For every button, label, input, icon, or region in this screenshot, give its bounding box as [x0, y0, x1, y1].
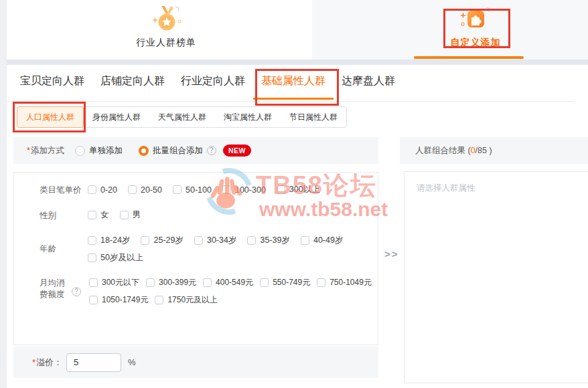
checkbox[interactable]	[89, 296, 98, 304]
checkbox[interactable]	[89, 278, 98, 287]
option-label: 40-49岁	[313, 235, 343, 246]
medal-icon	[119, 5, 213, 33]
checkbox[interactable]	[277, 185, 285, 194]
filter-option[interactable]: 1750元及以上	[155, 294, 218, 306]
filter-option[interactable]: 18-24岁	[88, 235, 130, 246]
checkbox[interactable]	[120, 211, 129, 219]
nav-tab[interactable]: 达摩盘人群	[342, 65, 395, 101]
radio-button[interactable]	[139, 146, 149, 156]
checkbox[interactable]	[222, 185, 231, 194]
filter-option[interactable]: 0-20	[88, 184, 117, 195]
filter-option[interactable]: 男	[120, 209, 141, 221]
option-label: 18-24岁	[100, 235, 130, 246]
option-label: 750-1049元	[329, 277, 372, 288]
filter-option[interactable]: 50-100	[173, 184, 212, 195]
help-icon[interactable]: ?	[207, 146, 216, 155]
filter-options: 女男	[88, 209, 378, 221]
sub-tabs: 人口属性人群身份属性人群天气属性人群淘宝属性人群节日属性人群	[17, 106, 347, 128]
filter-label-line: 类目笔单价	[40, 185, 88, 196]
radio-button[interactable]	[75, 146, 85, 156]
filter-option[interactable]: 300-399元	[146, 277, 196, 288]
filter-option[interactable]: 300元以下	[89, 277, 139, 288]
help-icon[interactable]: ?	[72, 287, 81, 296]
radio-label: 单独添加	[89, 145, 123, 157]
filter-option[interactable]: 400-549元	[203, 277, 253, 288]
filter-option[interactable]: 20-50	[128, 184, 162, 195]
radio-option[interactable]: 批量组合添加	[139, 145, 203, 157]
filter-option[interactable]: 100-300	[222, 184, 266, 195]
premium-label: 溢价	[36, 357, 54, 369]
option-label: 男	[133, 209, 141, 221]
checkbox[interactable]	[88, 185, 96, 194]
filter-label: 月均消费额度	[40, 277, 72, 300]
premium-input[interactable]	[66, 353, 121, 372]
tab-industry-ranking[interactable]: 行业人群榜单	[119, 5, 213, 49]
new-badge: NEW	[223, 144, 251, 157]
nav-tab-label: 宝贝定向人群	[20, 75, 84, 86]
filter-option[interactable]: 1050-1749元	[89, 294, 148, 306]
checkbox[interactable]	[88, 211, 96, 219]
sub-tab[interactable]: 身份属性人群	[84, 107, 149, 127]
add-mode-options: 单独添加批量组合添加?	[75, 145, 216, 157]
nav-tab[interactable]: 基础属性人群	[261, 65, 325, 101]
filter-option[interactable]: 40-49岁	[301, 235, 343, 246]
option-label: 300以上	[289, 184, 320, 195]
radio-option[interactable]: 单独添加	[75, 145, 123, 157]
sub-tab[interactable]: 天气属性人群	[149, 107, 215, 127]
required-asterisk: *	[32, 357, 35, 367]
filter-option[interactable]: 25-29岁	[141, 235, 183, 246]
transfer-arrow-icon: >>	[384, 248, 399, 260]
tab-custom-label: 自定义添加	[429, 37, 522, 49]
option-label: 300-399元	[159, 277, 196, 288]
option-label: 1050-1749元	[102, 294, 148, 306]
puzzle-icon	[429, 5, 522, 33]
sub-tab[interactable]: 节日属性人群	[281, 107, 346, 127]
checkbox[interactable]	[317, 278, 325, 287]
checkbox[interactable]	[146, 278, 155, 287]
checkbox[interactable]	[194, 236, 203, 245]
nav-tab-label: 达摩盘人群	[342, 75, 395, 86]
filter-row: 月均消费额度?300元以下300-399元400-549元550-749元750…	[14, 277, 378, 306]
filter-option[interactable]: 女	[88, 209, 109, 221]
option-label: 300元以下	[102, 277, 139, 288]
result-placeholder: 请选择人群属性	[417, 183, 588, 194]
sub-tab[interactable]: 人口属性人群	[17, 106, 84, 128]
tab-custom-add[interactable]: 自定义添加	[429, 5, 522, 49]
sub-tab[interactable]: 淘宝属性人群	[215, 107, 281, 127]
checkbox[interactable]	[128, 185, 137, 194]
sub-tab-label: 身份属性人群	[92, 112, 141, 122]
checkbox[interactable]	[88, 254, 96, 262]
filter-option[interactable]: 35-39岁	[247, 235, 289, 246]
sub-tab-label: 淘宝属性人群	[224, 112, 272, 122]
checkbox[interactable]	[173, 185, 181, 194]
filter-groups: 类目笔单价0-2020-5050-100100-300300以上性别女男年龄18…	[14, 184, 378, 306]
filter-label-line: 性别	[40, 210, 88, 221]
filter-option[interactable]: 30-34岁	[194, 235, 236, 246]
add-mode-row: *添加方式 单独添加批量组合添加? NEW	[13, 137, 378, 164]
checkbox[interactable]	[88, 236, 96, 245]
checkbox[interactable]	[260, 278, 269, 287]
filter-option[interactable]: 750-1049元	[317, 277, 372, 288]
nav-tab[interactable]: 店铺定向人群	[100, 65, 165, 101]
checkbox[interactable]	[141, 236, 149, 245]
result-panel: 请选择人群属性	[404, 171, 588, 383]
filter-options: 18-24岁25-29岁30-34岁35-39岁40-49岁50岁及以上	[88, 235, 378, 264]
filter-label: 性别	[40, 209, 88, 221]
option-label: 30-34岁	[207, 235, 236, 246]
filter-option[interactable]: 550-749元	[260, 277, 310, 288]
filter-option[interactable]: 50岁及以上	[88, 252, 143, 264]
nav-tabs: 宝贝定向人群店铺定向人群行业定向人群基础属性人群达摩盘人群	[7, 65, 575, 102]
sub-tab-label: 天气属性人群	[158, 112, 206, 122]
checkbox[interactable]	[155, 296, 163, 304]
nav-tab-label: 行业定向人群	[181, 75, 245, 86]
panel-card: 行业人群榜单 自定义添加	[7, 0, 588, 388]
filter-options: 300元以下300-399元400-549元550-749元750-1049元1…	[89, 277, 378, 306]
checkbox[interactable]	[301, 236, 309, 245]
option-label: 50岁及以上	[100, 252, 143, 264]
nav-tab[interactable]: 行业定向人群	[181, 65, 245, 101]
filter-option[interactable]: 300以上	[277, 184, 320, 195]
result-header: 人群组合结果 ( 0/85 )	[400, 137, 588, 164]
checkbox[interactable]	[203, 278, 212, 287]
nav-tab[interactable]: 宝贝定向人群	[20, 65, 84, 101]
checkbox[interactable]	[247, 236, 256, 245]
